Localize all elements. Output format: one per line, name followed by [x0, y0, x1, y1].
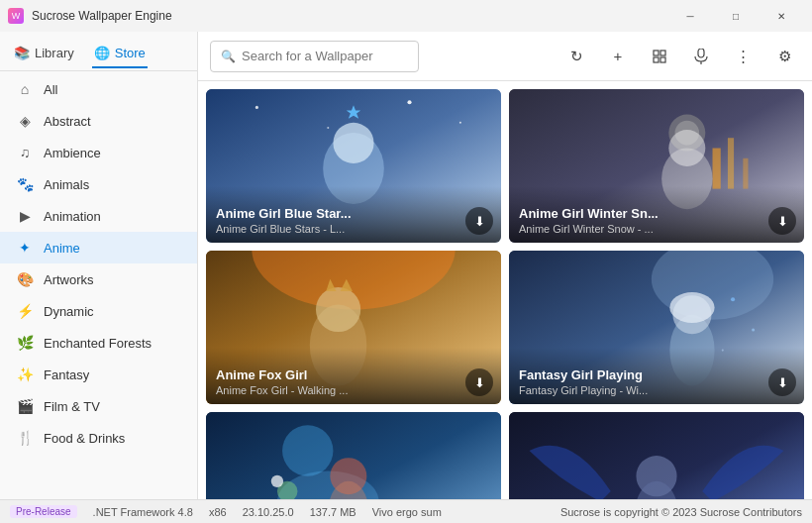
svg-rect-1 — [660, 51, 665, 55]
card-subtitle-4: Fantasy Girl Playing - Wi... — [519, 384, 794, 396]
card-overlay-4: Fantasy Girl Playing Fantasy Girl Playin… — [509, 348, 804, 404]
sidebar-item-animals-label: Animals — [44, 177, 89, 192]
sidebar-item-abstract-label: Abstract — [44, 114, 91, 129]
mic-icon — [694, 49, 708, 64]
sidebar-item-dynamic-label: Dynamic — [44, 304, 94, 319]
sidebar-item-animals[interactable]: 🐾 Animals — [0, 168, 197, 200]
import-button[interactable] — [644, 41, 675, 72]
sidebar-item-abstract[interactable]: ◈ Abstract — [0, 105, 197, 137]
dynamic-icon: ⚡ — [16, 303, 34, 319]
sidebar-item-food-drinks-label: Food & Drinks — [44, 431, 125, 446]
wallpaper-card-6[interactable]: ⬇ — [509, 412, 804, 499]
card-overlay-1: Anime Girl Blue Star... Anime Girl Blue … — [206, 186, 501, 243]
search-box[interactable]: 🔍 — [210, 41, 419, 72]
sidebar-item-all-label: All — [44, 82, 57, 97]
all-icon: ⌂ — [16, 81, 34, 97]
svg-point-7 — [255, 106, 258, 109]
arch-label: x86 — [209, 506, 227, 518]
nav-tabs: 📚 Library 🌐 Store — [0, 32, 197, 68]
svg-point-10 — [459, 122, 461, 124]
svg-rect-18 — [728, 138, 734, 188]
svg-point-8 — [327, 127, 329, 129]
sidebar-item-anime[interactable]: ✦ Anime — [0, 232, 197, 263]
card-title-2: Anime Girl Winter Sn... — [519, 206, 794, 221]
ambience-icon: ♫ — [16, 145, 34, 160]
sidebar-item-animation-label: Animation — [44, 209, 101, 224]
sidebar-item-ambience[interactable]: ♫ Ambience — [0, 137, 197, 168]
svg-rect-3 — [660, 57, 665, 62]
search-input[interactable] — [242, 49, 408, 63]
sidebar-item-dynamic[interactable]: ⚡ Dynamic — [0, 295, 197, 327]
download-button-4[interactable]: ⬇ — [768, 368, 796, 396]
sidebar-item-food-drinks[interactable]: 🍴 Food & Drinks — [0, 422, 197, 454]
wallpaper-card-fantasy-girl[interactable]: Fantasy Girl Playing Fantasy Girl Playin… — [509, 251, 804, 404]
wallpaper-grid: Anime Girl Blue Star... Anime Girl Blue … — [198, 81, 812, 499]
svg-rect-17 — [713, 149, 721, 189]
artworks-icon: 🎨 — [16, 271, 34, 287]
card-subtitle-2: Anime Girl Winter Snow - ... — [519, 223, 794, 235]
sidebar-item-all[interactable]: ⌂ All — [0, 73, 197, 105]
store-icon: 🌐 — [94, 46, 110, 60]
animation-icon: ▶ — [16, 208, 34, 224]
sidebar-item-artworks[interactable]: 🎨 Artworks — [0, 263, 197, 295]
tab-store-label: Store — [115, 46, 146, 60]
card-overlay-2: Anime Girl Winter Sn... Anime Girl Winte… — [509, 186, 804, 243]
sidebar-item-anime-label: Anime — [44, 241, 80, 256]
sidebar-item-animation[interactable]: ▶ Animation — [0, 200, 197, 232]
download-button-3[interactable]: ⬇ — [465, 368, 493, 396]
svg-rect-2 — [654, 57, 659, 62]
tab-store[interactable]: 🌐 Store — [92, 40, 148, 68]
title-bar-text: Sucrose Wallpaper Engine — [32, 9, 667, 23]
more-button[interactable]: ⋮ — [727, 41, 759, 72]
settings-button[interactable]: ⚙ — [768, 41, 800, 72]
animals-icon: 🐾 — [16, 176, 34, 192]
import-icon — [652, 49, 667, 64]
wallpaper-card-anime-girl-blue-star[interactable]: Anime Girl Blue Star... Anime Girl Blue … — [206, 89, 501, 243]
svg-point-25 — [316, 287, 360, 332]
refresh-button[interactable]: ↻ — [560, 41, 592, 72]
sidebar-item-enchanted-forests[interactable]: 🌿 Enchanted Forests — [0, 327, 197, 359]
search-icon: 🔍 — [221, 50, 236, 63]
tab-library-label: Library — [35, 46, 74, 60]
wallpaper-card-5[interactable]: ⬇ — [206, 412, 501, 499]
title-bar: W Sucrose Wallpaper Engine ─ □ ✕ — [0, 0, 812, 32]
svg-point-37 — [282, 425, 333, 475]
sidebar-item-fantasy[interactable]: ✨ Fantasy — [0, 359, 197, 390]
svg-rect-4 — [698, 49, 704, 57]
status-bar: Pre-Release .NET Framework 4.8 x86 23.10… — [0, 499, 812, 523]
download-button-2[interactable]: ⬇ — [768, 207, 796, 235]
sidebar-item-film-tv[interactable]: 🎬 Film & TV — [0, 390, 197, 422]
close-button[interactable]: ✕ — [759, 0, 804, 32]
mic-button[interactable] — [685, 41, 717, 72]
sidebar-item-artworks-label: Artworks — [44, 272, 94, 287]
card-subtitle-3: Anime Fox Girl - Walking ... — [216, 384, 491, 396]
food-drinks-icon: 🍴 — [16, 430, 34, 446]
library-icon: 📚 — [14, 46, 30, 60]
fantasy-icon: ✨ — [16, 366, 34, 382]
abstract-icon: ◈ — [16, 113, 34, 129]
app-body: 📚 Library 🌐 Store ⌂ All ◈ Abstract ♫ Amb… — [0, 32, 812, 499]
card-figure-6 — [509, 412, 804, 499]
toolbar: 🔍 ↻ + ⋮ ⚙ — [198, 32, 812, 81]
dotnet-version: .NET Framework 4.8 — [93, 506, 193, 518]
svg-point-9 — [407, 100, 411, 104]
tab-library[interactable]: 📚 Library — [12, 40, 76, 68]
wallpaper-card-anime-girl-winter-snow[interactable]: Anime Girl Winter Sn... Anime Girl Winte… — [509, 89, 804, 243]
copyright-text: Sucrose is copyright © 2023 Sucrose Cont… — [560, 506, 802, 518]
pre-release-badge: Pre-Release — [10, 505, 77, 518]
motto: Vivo ergo sum — [372, 506, 442, 518]
add-button[interactable]: + — [602, 41, 634, 72]
version-number: 23.10.25.0 — [243, 506, 294, 518]
sidebar-divider — [0, 70, 197, 71]
card-title-1: Anime Girl Blue Star... — [216, 206, 491, 221]
wallpaper-card-anime-fox-girl[interactable]: Anime Fox Girl Anime Fox Girl - Walking … — [206, 251, 501, 404]
minimize-button[interactable]: ─ — [667, 0, 713, 32]
card-title-4: Fantasy Girl Playing — [519, 367, 794, 382]
card-title-3: Anime Fox Girl — [216, 367, 491, 382]
svg-point-33 — [731, 297, 735, 301]
download-button-1[interactable]: ⬇ — [465, 207, 493, 235]
svg-point-34 — [752, 329, 755, 332]
anime-icon: ✦ — [16, 240, 34, 256]
maximize-button[interactable]: □ — [713, 0, 759, 32]
app-icon: W — [8, 8, 24, 24]
